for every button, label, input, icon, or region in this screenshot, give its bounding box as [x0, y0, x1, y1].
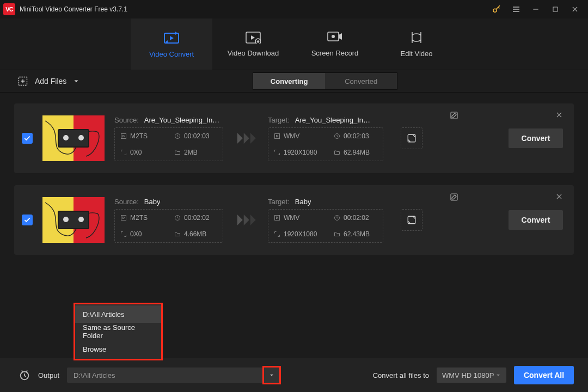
tab-screen-record[interactable]: Screen Record: [294, 19, 376, 70]
chevron-down-icon: [73, 78, 79, 84]
checkbox[interactable]: [22, 215, 33, 225]
svg-rect-1: [553, 7, 558, 11]
source-stats: M2TS 00:02:03 0X0 2MB: [114, 127, 223, 161]
arrow-icon: [238, 133, 258, 144]
mode-converting[interactable]: Converting: [253, 73, 325, 89]
folder-icon: [334, 149, 340, 156]
tab-edit-video[interactable]: Edit Video: [376, 19, 457, 70]
output-value: D:\All Articles: [74, 371, 115, 379]
target-name: Baby: [295, 198, 311, 206]
folder-icon: [334, 231, 340, 237]
toolbar: Add Files Converting Converted: [0, 70, 588, 93]
chevron-down-icon: [269, 372, 274, 378]
folder-icon: [174, 231, 181, 237]
svg-rect-8: [121, 133, 126, 138]
format-value: WMV HD 1080P: [442, 371, 494, 379]
format-icon: [120, 215, 127, 221]
tab-label: Screen Record: [311, 49, 359, 57]
item-list: Source:Are_You_Sleeping_In… M2TS 00:02:0…: [0, 93, 588, 255]
unlock-icon[interactable]: [487, 0, 506, 19]
list-item: Source:Baby M2TS 00:02:02 0X0 4.66MB Tar…: [14, 185, 574, 255]
tab-label: Video Convert: [149, 50, 194, 58]
clock-icon: [174, 215, 181, 221]
edit-icon[interactable]: [450, 111, 458, 120]
arrow-icon: [238, 215, 258, 225]
format-icon: [120, 133, 127, 139]
convert-button[interactable]: Convert: [509, 128, 563, 148]
source-label: Source:: [114, 198, 139, 206]
add-files-label: Add Files: [35, 77, 66, 85]
chevron-down-icon: [495, 372, 501, 378]
list-item: Source:Are_You_Sleeping_In… M2TS 00:02:0…: [14, 103, 574, 173]
clock-icon: [334, 133, 340, 139]
menu-icon[interactable]: [506, 0, 526, 19]
folder-icon: [174, 149, 181, 156]
resolution-icon: [120, 231, 127, 237]
svg-point-0: [493, 9, 497, 12]
dropdown-item[interactable]: Same as Source Folder: [75, 323, 161, 340]
target-label: Target:: [268, 198, 290, 206]
convert-all-button[interactable]: Convert All: [514, 366, 574, 384]
resolution-icon: [274, 231, 280, 237]
svg-point-6: [332, 35, 335, 38]
convert-all-to-label: Convert all files to: [373, 371, 429, 379]
output-dropdown-menu: D:\All Articles Same as Source Folder Br…: [74, 303, 163, 360]
tab-video-download[interactable]: Video Download: [212, 19, 294, 70]
source-name: Are_You_Sleeping_In…: [144, 116, 219, 124]
format-icon: [274, 133, 280, 139]
target-name: Are_You_Sleeping_In…: [295, 116, 370, 124]
title-bar: VC MiniTool Video Converter Free v3.7.1: [0, 0, 588, 19]
thumbnail: [42, 197, 105, 243]
output-dropdown-trigger[interactable]: [262, 366, 281, 384]
svg-rect-16: [275, 215, 280, 220]
maximize-button[interactable]: [546, 0, 565, 19]
tab-label: Edit Video: [400, 50, 432, 58]
svg-rect-10: [275, 133, 280, 138]
resolution-icon: [274, 149, 280, 156]
output-select[interactable]: D:\All Articles: [67, 367, 279, 383]
close-icon[interactable]: [555, 111, 563, 119]
format-icon: [274, 215, 280, 221]
app-logo: VC: [3, 3, 15, 15]
format-select[interactable]: WMV HD 1080P: [437, 367, 506, 383]
clock-icon: [334, 215, 340, 221]
target-label: Target:: [268, 116, 290, 124]
svg-rect-14: [121, 215, 126, 220]
source-name: Baby: [144, 198, 161, 206]
preset-button[interactable]: [401, 209, 422, 231]
thumbnail: [42, 115, 105, 161]
convert-button[interactable]: Convert: [509, 210, 563, 230]
close-icon[interactable]: [555, 193, 563, 200]
source-stats: M2TS 00:02:02 0X0 4.66MB: [114, 209, 223, 243]
edit-icon[interactable]: [450, 193, 458, 201]
schedule-icon[interactable]: [19, 369, 30, 381]
add-file-icon: [17, 76, 28, 87]
preset-button[interactable]: [401, 127, 422, 149]
clock-icon: [174, 133, 181, 139]
minimize-button[interactable]: [526, 0, 546, 19]
app-title: MiniTool Video Converter Free v3.7.1: [20, 5, 487, 13]
dropdown-item[interactable]: Browse: [75, 340, 161, 358]
close-button[interactable]: [565, 0, 585, 19]
checkbox[interactable]: [22, 133, 33, 144]
mode-segment: Converting Converted: [253, 72, 397, 90]
output-label: Output: [38, 371, 59, 379]
target-stats: WMV 00:02:02 1920X1080 62.43MB: [268, 209, 383, 243]
tab-video-convert[interactable]: Video Convert: [131, 19, 212, 70]
bottom-bar: Output D:\All Articles Convert all files…: [0, 358, 588, 392]
source-label: Source:: [114, 116, 139, 124]
main-tabs: Video Convert Video Download Screen Reco…: [0, 19, 588, 70]
mode-converted[interactable]: Converted: [325, 73, 397, 89]
resolution-icon: [120, 149, 127, 156]
add-files-button[interactable]: Add Files: [17, 76, 79, 87]
dropdown-item[interactable]: D:\All Articles: [75, 305, 161, 323]
target-stats: WMV 00:02:03 1920X1080 62.94MB: [268, 127, 383, 161]
tab-label: Video Download: [228, 49, 279, 57]
